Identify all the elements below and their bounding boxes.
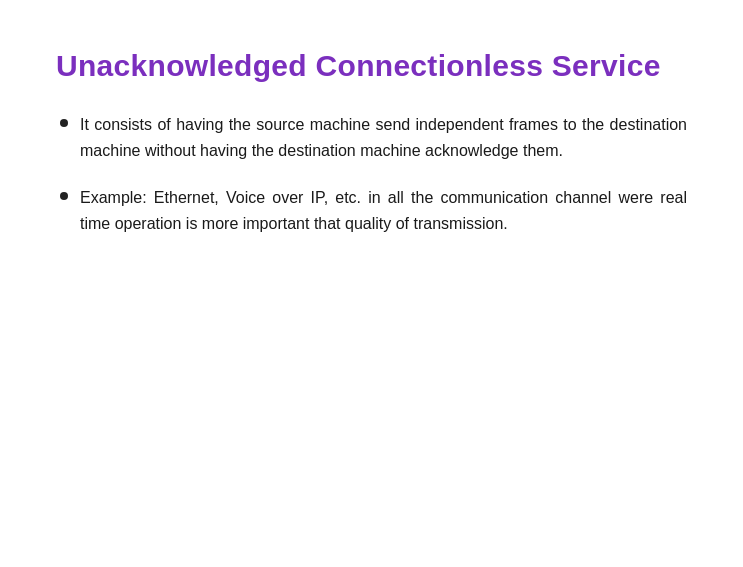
slide-container: Unacknowledged Connectionless Service It…: [0, 0, 743, 567]
bullet-item-2: Example: Ethernet, Voice over IP, etc. i…: [60, 185, 687, 238]
bullet-item-1: It consists of having the source machine…: [60, 112, 687, 165]
bullet-text-2: Example: Ethernet, Voice over IP, etc. i…: [80, 185, 687, 238]
bullet-text-1: It consists of having the source machine…: [80, 112, 687, 165]
slide-content: It consists of having the source machine…: [56, 112, 687, 238]
slide-title: Unacknowledged Connectionless Service: [56, 48, 687, 84]
bullet-dot-1: [60, 119, 68, 127]
bullet-dot-2: [60, 192, 68, 200]
